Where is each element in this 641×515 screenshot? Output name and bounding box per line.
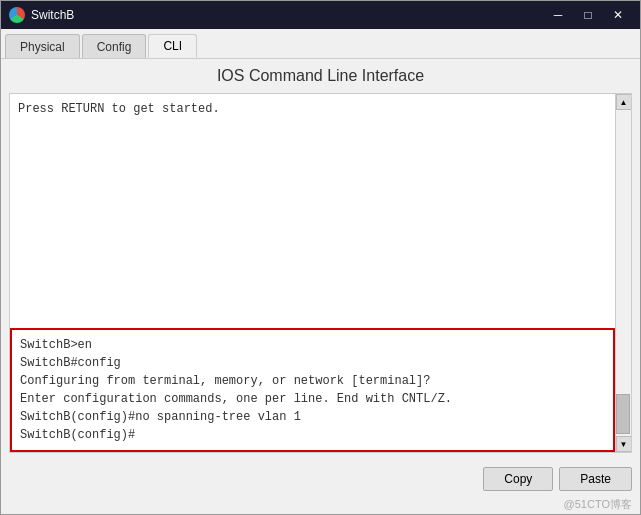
terminal-inner: Press RETURN to get started. SwitchB>en …: [10, 94, 615, 452]
terminal-line-5: SwitchB(config)#no spanning-tree vlan 1: [20, 408, 605, 426]
tab-physical[interactable]: Physical: [5, 34, 80, 58]
watermark: @51CTO博客: [1, 497, 640, 514]
tab-config[interactable]: Config: [82, 34, 147, 58]
paste-button[interactable]: Paste: [559, 467, 632, 491]
scrollbar-thumb[interactable]: [616, 394, 630, 434]
scroll-up-arrow[interactable]: ▲: [616, 94, 632, 110]
terminal-line-3: Configuring from terminal, memory, or ne…: [20, 372, 605, 390]
button-bar: Copy Paste: [1, 461, 640, 497]
tab-bar: Physical Config CLI: [1, 29, 640, 59]
title-bar: SwitchB ─ □ ✕: [1, 1, 640, 29]
scrollbar: ▲ ▼: [615, 94, 631, 452]
main-window: SwitchB ─ □ ✕ Physical Config CLI IOS Co…: [0, 0, 641, 515]
window-title: SwitchB: [31, 8, 544, 22]
scroll-down-arrow[interactable]: ▼: [616, 436, 632, 452]
terminal-line-6: SwitchB(config)#: [20, 426, 605, 444]
app-icon: [9, 7, 25, 23]
terminal-container: Press RETURN to get started. SwitchB>en …: [9, 93, 632, 453]
window-controls: ─ □ ✕: [544, 5, 632, 25]
minimize-button[interactable]: ─: [544, 5, 572, 25]
copy-button[interactable]: Copy: [483, 467, 553, 491]
tab-cli[interactable]: CLI: [148, 34, 197, 58]
close-button[interactable]: ✕: [604, 5, 632, 25]
terminal-upper[interactable]: Press RETURN to get started.: [10, 94, 615, 328]
terminal-upper-text: Press RETURN to get started.: [18, 102, 220, 116]
content-area: IOS Command Line Interface Press RETURN …: [1, 59, 640, 461]
terminal-line-1: SwitchB>en: [20, 336, 605, 354]
page-title: IOS Command Line Interface: [9, 67, 632, 85]
terminal-line-2: SwitchB#config: [20, 354, 605, 372]
maximize-button[interactable]: □: [574, 5, 602, 25]
terminal-lower[interactable]: SwitchB>en SwitchB#config Configuring fr…: [10, 328, 615, 452]
terminal-line-4: Enter configuration commands, one per li…: [20, 390, 605, 408]
scrollbar-track: [616, 110, 631, 436]
